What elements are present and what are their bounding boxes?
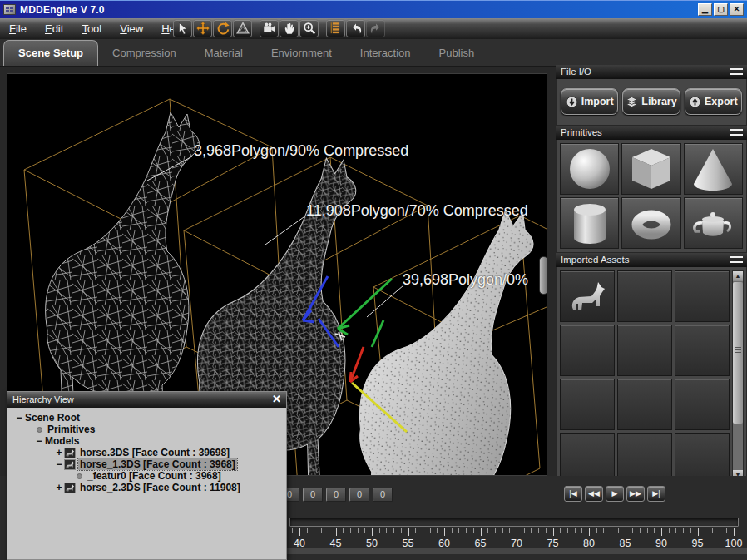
collapse-icon[interactable]: − — [55, 458, 63, 470]
sphere-icon — [566, 146, 614, 192]
primitives-section-header: Primitives — [556, 126, 747, 140]
right-panel: File I/O ImportLibraryExport Primitives … — [556, 65, 747, 488]
tree-item-models[interactable]: −Models — [10, 435, 284, 447]
tree-item-_featur0[interactable]: _featur0 [Face Count : 3968] — [10, 470, 284, 482]
expand-icon[interactable]: + — [55, 482, 63, 493]
assets-scrollbar[interactable]: ▲ ▼ — [732, 270, 744, 481]
asset-slot-empty[interactable] — [675, 270, 730, 322]
play-button[interactable]: ▶ — [606, 486, 624, 502]
asset-slot-empty[interactable] — [617, 270, 672, 322]
menu-file[interactable]: File — [0, 18, 36, 39]
tab-enviornment[interactable]: Enviornment — [257, 41, 346, 66]
select-tool-icon[interactable] — [173, 19, 192, 37]
menu-view[interactable]: View — [111, 18, 152, 39]
hierarchy-close-icon[interactable]: ✕ — [272, 393, 281, 405]
assets-collapse-icon[interactable] — [730, 256, 743, 263]
primitive-cube[interactable] — [621, 143, 680, 195]
tab-scene-setup[interactable]: Scene Setup — [3, 40, 98, 66]
tree-item-horse_2.3ds[interactable]: +horse_2.3DS [Face Count : 11908] — [10, 482, 284, 493]
close-button[interactable]: ✕ — [730, 3, 744, 16]
asset-slot-empty[interactable] — [675, 433, 730, 481]
asset-slot-empty[interactable] — [560, 325, 615, 376]
ruler-tick — [603, 528, 604, 533]
primitive-cylinder[interactable] — [560, 197, 619, 249]
fileio-title: File I/O — [561, 67, 591, 77]
titlebar[interactable]: MDDEngine V 7.0 ▁ ▢ ✕ — [0, 0, 747, 18]
export-button[interactable]: Export — [685, 88, 742, 115]
primitive-teapot[interactable] — [684, 197, 743, 249]
zoom-tool-icon[interactable] — [299, 19, 319, 37]
primitive-torus[interactable] — [621, 197, 680, 249]
fileio-collapse-icon[interactable] — [730, 68, 743, 75]
import-icon — [566, 96, 578, 108]
ruler-tick — [538, 528, 539, 533]
ruler-tick — [401, 528, 402, 533]
redo-tool-icon[interactable] — [366, 19, 385, 37]
tree-item-scene[interactable]: −Scene Root — [10, 412, 284, 424]
bullet-icon — [37, 427, 42, 433]
tree-item-horse.3ds[interactable]: +horse.3DS [Face Count : 39698] — [10, 447, 284, 458]
timeline-track[interactable] — [289, 518, 739, 527]
scrollbar-thumb[interactable] — [733, 282, 743, 424]
panel-collapse-handle[interactable] — [539, 256, 548, 295]
history-list-tool-icon[interactable] — [326, 19, 345, 37]
asset-slot-empty[interactable] — [617, 379, 672, 430]
collapse-icon[interactable]: − — [15, 412, 23, 424]
rotate-tool-icon[interactable] — [213, 19, 232, 37]
import-button[interactable]: Import — [561, 88, 618, 115]
ruler-tick — [329, 528, 329, 533]
minimize-button[interactable]: ▁ — [698, 3, 712, 16]
collapse-icon[interactable]: − — [35, 435, 43, 447]
tree-item-label: horse.3DS [Face Count : 39698] — [78, 447, 231, 458]
asset-slot-empty[interactable] — [617, 433, 672, 481]
ruler-tick — [372, 528, 373, 536]
asset-slot-empty[interactable] — [675, 325, 730, 376]
menu-edit[interactable]: Edit — [36, 18, 72, 39]
first-button[interactable]: |◀ — [564, 486, 582, 502]
hierarchy-window[interactable]: Hierarchy View ✕ −Scene RootPrimitives−M… — [7, 391, 287, 560]
scroll-up-icon[interactable]: ▲ — [733, 271, 743, 281]
primitive-sphere[interactable] — [560, 143, 619, 195]
ruler-tick — [321, 528, 322, 533]
hierarchy-titlebar[interactable]: Hierarchy View ✕ — [7, 392, 286, 408]
primitives-collapse-icon[interactable] — [730, 129, 743, 136]
expand-icon[interactable]: + — [55, 447, 63, 458]
library-button[interactable]: Library — [622, 88, 680, 115]
primitive-cone[interactable] — [684, 143, 743, 195]
move-tool-icon[interactable] — [193, 19, 212, 37]
scale-tool-icon[interactable] — [233, 19, 252, 37]
asset-slot-empty[interactable] — [560, 379, 615, 430]
pan-tool-icon[interactable] — [280, 19, 299, 37]
asset-slot-empty[interactable] — [675, 379, 730, 430]
ruler-tick — [502, 528, 503, 533]
ruler-tick — [487, 528, 488, 533]
playback-controls: |◀◀◀▶▶▶▶| — [564, 486, 665, 502]
undo-tool-icon[interactable] — [346, 19, 365, 37]
asset-horse[interactable] — [560, 270, 615, 322]
rewind-button[interactable]: ◀◀ — [585, 486, 603, 502]
tab-compression[interactable]: Compression — [98, 41, 190, 66]
teapot-icon — [689, 200, 737, 246]
maximize-button[interactable]: ▢ — [714, 3, 728, 16]
frame-counter: 00000 — [280, 488, 393, 502]
asset-slot-empty[interactable] — [617, 325, 672, 376]
tab-publish[interactable]: Publish — [425, 41, 489, 66]
tree-item-horse_1.3ds[interactable]: −horse_1.3DS [Face Count : 3968] — [10, 458, 284, 470]
tab-material[interactable]: Material — [190, 41, 257, 66]
hierarchy-tree: −Scene RootPrimitives−Models+horse.3DS [… — [7, 408, 286, 498]
tab-interaction[interactable]: Interaction — [346, 41, 425, 66]
toolbar — [173, 19, 385, 37]
ruler-tick — [618, 528, 619, 533]
ruler-tick — [596, 528, 597, 533]
forward-button[interactable]: ▶▶ — [626, 486, 645, 502]
ruler-tick — [626, 528, 626, 536]
ruler-tick — [423, 528, 423, 533]
ruler-tick — [546, 528, 547, 533]
ruler-tick — [473, 528, 474, 533]
menu-tool[interactable]: Tool — [72, 18, 111, 39]
ruler-tick — [553, 528, 554, 536]
tree-item-primitives[interactable]: Primitives — [10, 424, 284, 435]
asset-slot-empty[interactable] — [560, 433, 615, 481]
last-button[interactable]: ▶| — [647, 486, 665, 502]
camera-tool-icon[interactable] — [260, 19, 279, 37]
